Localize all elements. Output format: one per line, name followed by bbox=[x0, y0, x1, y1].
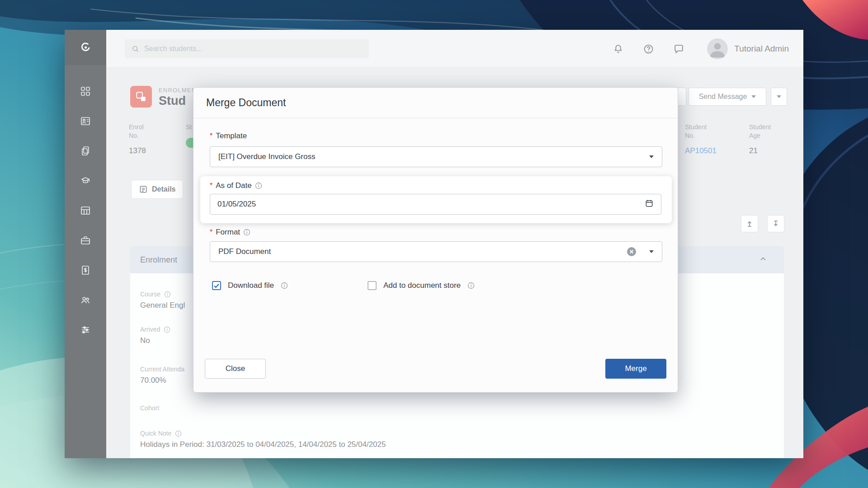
as-of-date-input[interactable]: 01/05/2025 bbox=[210, 194, 661, 215]
tour-highlight: * As of Date 01/05/2025 bbox=[200, 176, 672, 223]
required-asterisk: * bbox=[210, 182, 212, 190]
as-of-date-label: * As of Date bbox=[210, 181, 262, 190]
template-select[interactable]: [EIT] Overdue Invoice Gross bbox=[210, 146, 662, 167]
download-file-checkbox[interactable] bbox=[212, 281, 221, 290]
format-select[interactable]: PDF Document bbox=[210, 241, 662, 262]
add-to-store-option: Add to document store bbox=[368, 281, 475, 290]
required-asterisk: * bbox=[210, 132, 212, 140]
check-icon bbox=[213, 282, 220, 289]
template-value: [EIT] Overdue Invoice Gross bbox=[218, 152, 315, 161]
dialog-header: Merge Document bbox=[193, 88, 678, 118]
format-label: * Format bbox=[210, 228, 250, 237]
calendar-icon[interactable] bbox=[645, 199, 654, 210]
add-to-store-checkbox[interactable] bbox=[368, 281, 377, 290]
download-file-option: Download file bbox=[212, 281, 288, 290]
template-label: * Template bbox=[210, 131, 247, 141]
info-icon bbox=[255, 182, 262, 189]
info-icon bbox=[281, 282, 288, 289]
dialog-title: Merge Document bbox=[206, 97, 286, 109]
add-to-store-label: Add to document store bbox=[383, 281, 461, 290]
as-of-date-value: 01/05/2025 bbox=[217, 200, 256, 209]
required-asterisk: * bbox=[210, 228, 212, 236]
download-file-label: Download file bbox=[228, 281, 274, 290]
info-icon bbox=[467, 282, 475, 289]
info-icon bbox=[243, 229, 250, 236]
chevron-down-icon bbox=[649, 155, 654, 158]
clear-icon[interactable] bbox=[627, 247, 637, 257]
chevron-down-icon bbox=[649, 250, 654, 253]
close-button[interactable]: Close bbox=[205, 359, 266, 379]
format-value: PDF Document bbox=[218, 247, 271, 256]
merge-button[interactable]: Merge bbox=[605, 359, 666, 379]
merge-document-dialog: Merge Document * Template [EIT] Overdue … bbox=[193, 87, 678, 393]
